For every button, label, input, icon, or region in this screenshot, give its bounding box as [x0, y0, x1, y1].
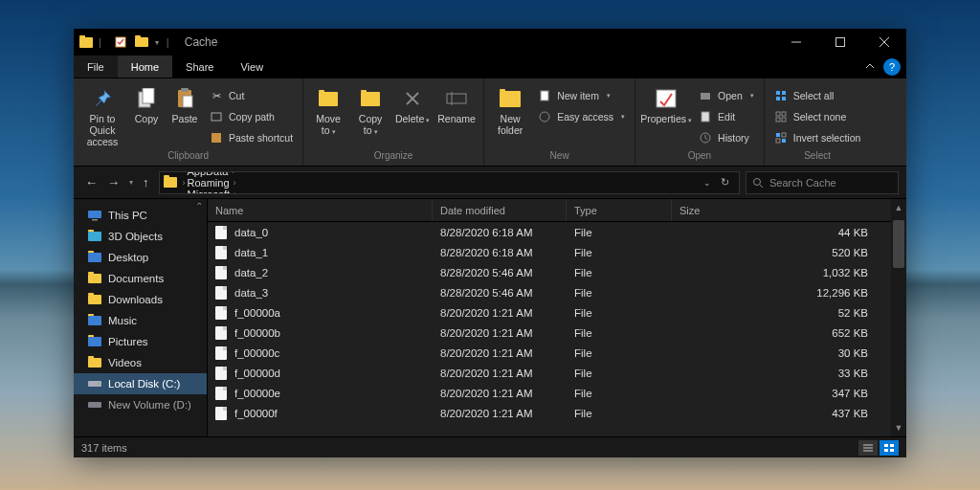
- file-row[interactable]: f_00000c8/20/2020 1:21 AMFile30 KB: [208, 343, 906, 363]
- invert-icon: [774, 131, 788, 145]
- copy-button[interactable]: Copy: [129, 84, 164, 124]
- col-size[interactable]: Size: [672, 199, 906, 221]
- search-icon: [752, 177, 764, 189]
- chevron-down-icon[interactable]: ▼: [891, 421, 906, 434]
- nav-tree[interactable]: ⌃ This PC 3D ObjectsDesktopDocumentsDown…: [74, 199, 208, 436]
- col-date[interactable]: Date modified: [433, 199, 567, 221]
- nav-back-button[interactable]: ←: [85, 175, 98, 189]
- tree-item[interactable]: Pictures: [74, 331, 207, 352]
- select-all-button[interactable]: Select all: [770, 86, 865, 105]
- properties-button[interactable]: Properties▾: [641, 84, 691, 124]
- select-none-icon: [774, 110, 788, 123]
- tree-item[interactable]: Downloads: [74, 289, 207, 310]
- properties-icon: [654, 86, 679, 111]
- svg-rect-11: [212, 133, 221, 143]
- folder-icon: [164, 177, 177, 188]
- view-thumbs-button[interactable]: [880, 440, 899, 456]
- svg-rect-46: [884, 449, 888, 452]
- file-icon: [215, 306, 227, 320]
- paste-shortcut-button[interactable]: Paste shortcut: [206, 128, 297, 147]
- scissors-icon: ✂: [210, 89, 223, 102]
- rename-button[interactable]: Rename: [435, 84, 478, 124]
- maximize-button[interactable]: [818, 29, 862, 56]
- chevron-up-icon[interactable]: ▲: [891, 201, 906, 214]
- pin-quick-access-button[interactable]: Pin to Quick access: [79, 84, 125, 147]
- tree-item[interactable]: Videos: [74, 352, 207, 373]
- search-input[interactable]: Search Cache: [746, 171, 899, 194]
- chevron-up-icon[interactable]: ⌃: [195, 201, 203, 212]
- file-row[interactable]: f_00000b8/20/2020 1:21 AMFile652 KB: [208, 323, 906, 343]
- easy-access-button[interactable]: Easy access▾: [534, 107, 629, 126]
- pin-icon: [90, 86, 115, 111]
- new-folder-button[interactable]: New folder: [490, 84, 530, 136]
- file-row[interactable]: data_18/28/2020 6:18 AMFile520 KB: [208, 242, 906, 262]
- qat-properties-icon[interactable]: [111, 33, 130, 52]
- col-name[interactable]: Name: [208, 199, 433, 221]
- tree-item[interactable]: 3D Objects: [74, 226, 207, 247]
- tree-local-disk[interactable]: Local Disk (C:): [74, 373, 207, 394]
- qat-newfolder-icon[interactable]: [132, 33, 151, 52]
- file-row[interactable]: f_00000e8/20/2020 1:21 AMFile347 KB: [208, 383, 906, 403]
- breadcrumb-segment[interactable]: Microsoft›: [188, 189, 241, 194]
- file-row[interactable]: data_08/28/2020 6:18 AMFile44 KB: [208, 222, 906, 242]
- help-button[interactable]: ?: [883, 58, 901, 76]
- close-button[interactable]: [862, 29, 906, 56]
- breadcrumb-segment[interactable]: Roaming›: [188, 177, 241, 189]
- refresh-button[interactable]: ↻: [721, 176, 729, 189]
- minimize-button[interactable]: [774, 29, 818, 56]
- tree-new-volume[interactable]: New Volume (D:): [74, 394, 207, 415]
- paste-button[interactable]: Paste: [167, 84, 202, 124]
- edit-button[interactable]: Edit: [695, 107, 758, 126]
- ribbon-tabs: File Home Share View ?: [74, 56, 906, 78]
- select-none-button[interactable]: Select none: [770, 107, 865, 126]
- collapse-ribbon-button[interactable]: [857, 56, 883, 78]
- file-icon: [215, 226, 227, 239]
- disk-icon: [87, 398, 102, 412]
- invert-selection-button[interactable]: Invert selection: [770, 128, 865, 147]
- new-item-button[interactable]: New item▾: [534, 86, 629, 105]
- tab-view[interactable]: View: [227, 56, 277, 78]
- file-row[interactable]: data_28/28/2020 5:46 AMFile1,032 KB: [208, 262, 906, 282]
- tree-item[interactable]: Desktop: [74, 247, 207, 268]
- col-type[interactable]: Type: [567, 199, 672, 221]
- navbar: ← → ▾ ↑ › Users›fatiw›AppData›Roaming›Mi…: [74, 167, 906, 199]
- nav-forward-button[interactable]: →: [107, 175, 120, 189]
- group-clipboard: Pin to Quick access Copy Paste ✂Cut Copy…: [74, 78, 303, 166]
- svg-rect-8: [181, 88, 189, 92]
- svg-rect-19: [701, 93, 710, 100]
- svg-point-34: [754, 178, 761, 185]
- tab-share[interactable]: Share: [172, 56, 227, 78]
- file-row[interactable]: f_00000f8/20/2020 1:21 AMFile437 KB: [208, 403, 906, 423]
- addr-dropdown-button[interactable]: ⌄: [703, 178, 711, 188]
- copy-to-button[interactable]: Copy to▾: [351, 84, 390, 136]
- move-to-button[interactable]: Move to▾: [309, 84, 347, 136]
- copy-path-button[interactable]: Copy path: [206, 107, 297, 126]
- address-bar[interactable]: › Users›fatiw›AppData›Roaming›Microsoft›…: [159, 171, 741, 194]
- tree-item[interactable]: Music: [74, 310, 207, 331]
- svg-rect-37: [92, 219, 98, 221]
- scrollbar-thumb[interactable]: [893, 220, 904, 268]
- tab-file[interactable]: File: [74, 56, 118, 78]
- file-row[interactable]: f_00000a8/20/2020 1:21 AMFile52 KB: [208, 302, 906, 323]
- tab-home[interactable]: Home: [118, 56, 172, 78]
- tree-this-pc[interactable]: This PC: [74, 205, 207, 226]
- delete-button[interactable]: Delete▾: [393, 84, 432, 124]
- open-button[interactable]: Open▾: [695, 86, 758, 105]
- view-details-button[interactable]: [858, 440, 878, 456]
- cut-button[interactable]: ✂Cut: [206, 86, 297, 105]
- file-icon: [215, 346, 227, 360]
- history-button[interactable]: History: [695, 128, 758, 147]
- file-icon: [215, 367, 227, 380]
- pc-icon: [87, 209, 102, 222]
- svg-rect-18: [657, 90, 676, 107]
- tree-item[interactable]: Documents: [74, 268, 207, 289]
- file-row[interactable]: data_38/28/2020 5:46 AMFile12,296 KB: [208, 282, 906, 302]
- folder-icon: [87, 272, 102, 285]
- nav-up-button[interactable]: ↑: [143, 175, 149, 189]
- window-title: Cache: [185, 35, 218, 49]
- svg-rect-32: [776, 139, 780, 143]
- ribbon: Pin to Quick access Copy Paste ✂Cut Copy…: [74, 78, 906, 167]
- file-row[interactable]: f_00000d8/20/2020 1:21 AMFile33 KB: [208, 363, 906, 383]
- history-icon: [699, 131, 712, 145]
- scrollbar[interactable]: ▲ ▼: [891, 199, 906, 436]
